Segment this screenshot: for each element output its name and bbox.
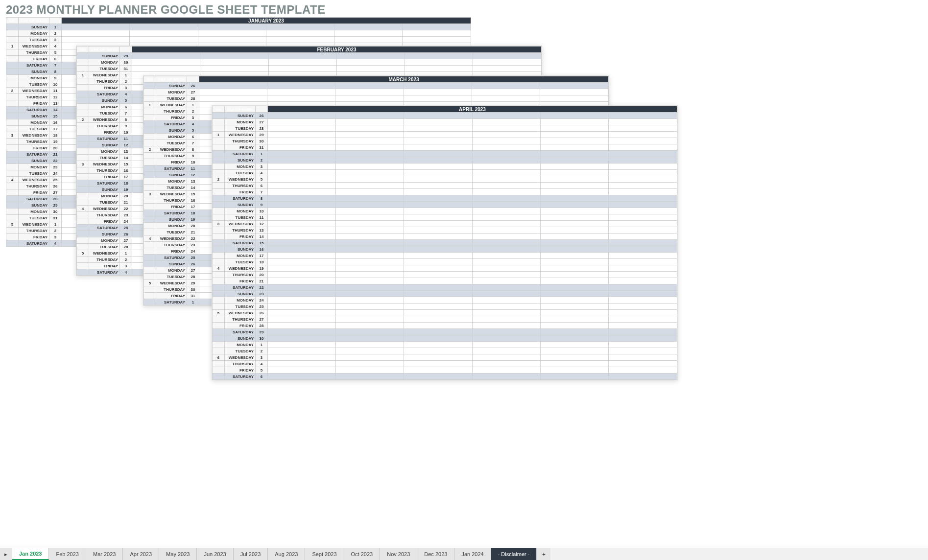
planner-cell[interactable] [540, 342, 608, 348]
planner-cell[interactable] [268, 53, 336, 59]
planner-cell[interactable] [404, 113, 472, 119]
planner-cell[interactable] [472, 233, 540, 240]
planner-cell[interactable] [336, 214, 404, 221]
planner-cell[interactable] [268, 138, 336, 144]
planner-cell[interactable] [404, 95, 472, 102]
planner-cell[interactable] [336, 335, 404, 342]
planner-cell[interactable] [404, 208, 472, 214]
planner-cell[interactable] [404, 176, 472, 183]
planner-cell[interactable] [266, 24, 334, 30]
planner-cell[interactable] [336, 272, 404, 278]
sheet-tab[interactable]: Aug 2023 [268, 548, 305, 560]
planner-cell[interactable] [404, 119, 472, 125]
planner-cell[interactable] [540, 246, 608, 253]
planner-cell[interactable] [336, 240, 404, 246]
sheet-tab[interactable]: - Disclaimer - [491, 548, 537, 560]
planner-cell[interactable] [130, 30, 198, 37]
sheet-tab[interactable]: Feb 2023 [49, 548, 86, 560]
sheet-tab[interactable]: Apr 2023 [123, 548, 159, 560]
planner-cell[interactable] [268, 297, 336, 303]
tab-scroll-button[interactable]: ▸ [0, 548, 12, 560]
planner-cell[interactable] [268, 278, 336, 284]
planner-cell[interactable] [540, 284, 608, 291]
planner-cell[interactable] [268, 373, 336, 380]
planner-cell[interactable] [404, 132, 472, 138]
planner-cell[interactable] [132, 66, 200, 72]
planner-cell[interactable] [608, 151, 677, 157]
planner-cell[interactable] [268, 202, 336, 208]
planner-cell[interactable] [472, 246, 540, 253]
planner-cell[interactable] [608, 183, 677, 189]
planner-cell[interactable] [268, 66, 336, 72]
planner-cell[interactable] [608, 170, 677, 176]
planner-cell[interactable] [608, 297, 677, 303]
planner-cell[interactable] [608, 119, 677, 125]
planner-cell[interactable] [335, 95, 404, 102]
planner-cell[interactable] [472, 329, 540, 335]
planner-cell[interactable] [540, 227, 608, 233]
planner-cell[interactable] [608, 310, 677, 316]
planner-cell[interactable] [540, 89, 609, 95]
planner-cell[interactable] [268, 303, 336, 310]
planner-cell[interactable] [540, 138, 608, 144]
planner-cell[interactable] [268, 259, 336, 265]
planner-cell[interactable] [540, 214, 608, 221]
planner-cell[interactable] [267, 83, 335, 89]
planner-cell[interactable] [336, 157, 404, 163]
planner-cell[interactable] [404, 125, 472, 132]
planner-cell[interactable] [336, 151, 404, 157]
planner-cell[interactable] [608, 144, 677, 151]
planner-cell[interactable] [472, 138, 540, 144]
planner-cell[interactable] [540, 151, 608, 157]
planner-cell[interactable] [472, 227, 540, 233]
planner-cell[interactable] [540, 361, 608, 367]
sheet-tab[interactable]: Oct 2023 [344, 548, 381, 560]
planner-cell[interactable] [472, 214, 540, 221]
planner-cell[interactable] [472, 278, 540, 284]
planner-cell[interactable] [198, 24, 266, 30]
planner-cell[interactable] [472, 157, 540, 163]
planner-cell[interactable] [608, 354, 677, 361]
planner-cell[interactable] [268, 163, 336, 170]
planner-cell[interactable] [608, 227, 677, 233]
planner-cell[interactable] [336, 233, 404, 240]
planner-cell[interactable] [472, 125, 540, 132]
planner-cell[interactable] [472, 240, 540, 246]
planner-cell[interactable] [608, 132, 677, 138]
planner-cell[interactable] [268, 291, 336, 297]
planner-cell[interactable] [540, 348, 608, 354]
planner-cell[interactable] [336, 265, 404, 272]
planner-cell[interactable] [608, 176, 677, 183]
planner-cell[interactable] [540, 83, 609, 89]
planner-cell[interactable] [405, 66, 473, 72]
planner-cell[interactable] [268, 253, 336, 259]
planner-cell[interactable] [336, 227, 404, 233]
planner-cell[interactable] [472, 291, 540, 297]
planner-cell[interactable] [608, 361, 677, 367]
planner-cell[interactable] [268, 310, 336, 316]
planner-cell[interactable] [268, 183, 336, 189]
planner-cell[interactable] [540, 176, 608, 183]
planner-cell[interactable] [336, 163, 404, 170]
planner-cell[interactable] [268, 176, 336, 183]
planner-cell[interactable] [404, 83, 472, 89]
planner-cell[interactable] [608, 265, 677, 272]
planner-cell[interactable] [608, 278, 677, 284]
sheet-tab[interactable]: Nov 2023 [380, 548, 417, 560]
planner-cell[interactable] [336, 367, 404, 373]
planner-cell[interactable] [334, 24, 403, 30]
planner-cell[interactable] [540, 233, 608, 240]
planner-cell[interactable] [472, 113, 540, 119]
planner-cell[interactable] [200, 59, 268, 66]
planner-cell[interactable] [540, 119, 608, 125]
planner-cell[interactable] [268, 329, 336, 335]
planner-cell[interactable] [336, 132, 404, 138]
planner-cell[interactable] [472, 195, 540, 202]
planner-cell[interactable] [336, 342, 404, 348]
planner-cell[interactable] [540, 272, 608, 278]
planner-cell[interactable] [404, 183, 472, 189]
planner-cell[interactable] [268, 227, 336, 233]
planner-cell[interactable] [199, 95, 267, 102]
planner-cell[interactable] [472, 176, 540, 183]
planner-cell[interactable] [132, 59, 200, 66]
